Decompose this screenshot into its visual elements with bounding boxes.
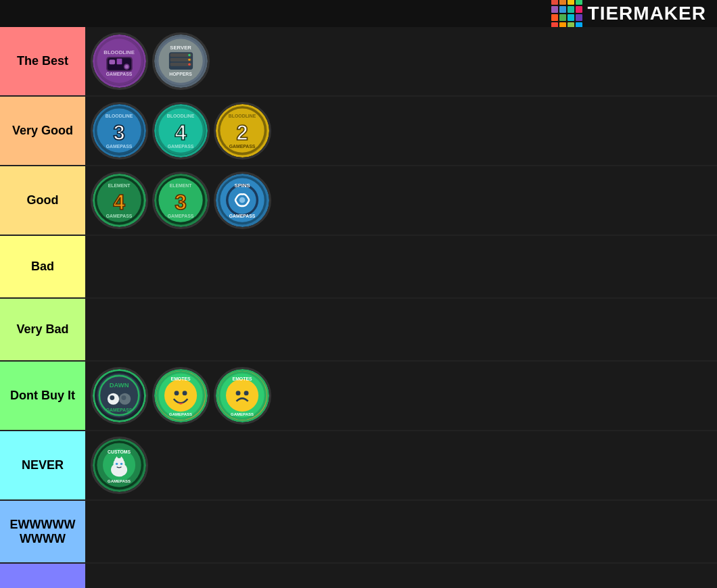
tier-row-ewww: EWWWWWWWWW [0,501,717,564]
svg-text:BLOODLINE: BLOODLINE [167,114,195,118]
tier-row-dont-buy: Dont Buy It DAWN G [0,362,717,431]
svg-rect-6 [117,59,122,65]
svg-text:BLOODLINE: BLOODLINE [103,49,134,55]
svg-text:GAMEPASS: GAMEPASS [106,144,133,149]
svg-text:GAMEPASS: GAMEPASS [231,412,254,416]
svg-text:GAMEPASS: GAMEPASS [229,144,256,149]
svg-text:GAMEPASS: GAMEPASS [106,214,133,218]
tier-label-very-good: Very Good [0,97,85,165]
svg-text:HOPPERS: HOPPERS [169,72,192,76]
tier-items-the-best: BLOODLINE GAMEPASS [85,27,717,95]
svg-text:GAMEPASS: GAMEPASS [169,412,192,416]
tier-items-never: CUSTOMS GAMEPASS [85,431,717,499]
list-item[interactable]: BLOODLINE 2 GAMEPASS [214,102,271,160]
list-item[interactable]: EMOTES GAMEPASS [214,367,271,424]
tier-row-very-good: Very Good BLOODLINE 3 GAMEPASS [0,97,717,166]
svg-text:ELEMENT: ELEMENT [170,183,193,188]
list-item[interactable]: BLOODLINE 4 GAMEPASS [152,102,210,160]
list-item[interactable]: BLOODLINE 3 GAMEPASS [91,102,148,160]
list-item[interactable]: BLOODLINE GAMEPASS [91,32,148,90]
svg-point-72 [236,391,241,395]
tier-row-bad: Bad [0,236,717,299]
tier-items-very-bad [85,299,717,360]
svg-text:GAMEPASS: GAMEPASS [108,479,131,483]
tier-row-good: Good ELEMENT 4 GAMEPASS [0,166,717,236]
tiermaker-logo-text: TiERMAKER [588,3,706,24]
svg-text:SERVER: SERVER [170,45,191,51]
svg-text:SPINS: SPINS [234,182,250,189]
svg-point-15 [188,54,190,56]
svg-point-71 [226,379,258,412]
svg-point-73 [244,391,249,395]
svg-text:EMOTES: EMOTES [233,376,252,381]
list-item[interactable]: ELEMENT 3 GAMEPASS [152,172,210,229]
svg-text:4: 4 [113,191,125,214]
svg-text:ELEMENT: ELEMENT [108,183,131,188]
tier-label-very-bad: Very Bad [0,299,85,360]
logo-grid-icon [551,0,582,29]
tier-label-never: NEVER [0,431,85,499]
svg-text:GAMEPASS: GAMEPASS [106,72,133,76]
svg-text:BLOODLINE: BLOODLINE [106,114,133,118]
list-item[interactable]: CUSTOMS GAMEPASS [91,437,148,494]
svg-text:GAMEPASS: GAMEPASS [168,214,194,218]
tier-label-ewww: EWWWWWWWWW [0,501,85,562]
tier-items-very-good: BLOODLINE 3 GAMEPASS BLOODLINE 4 [85,97,717,165]
tier-row-very-bad: Very Bad [0,299,717,362]
list-item[interactable]: EMOTES GAMEPASS [152,367,210,424]
svg-text:4: 4 [175,121,187,145]
tier-label-trash: TRASH [0,564,85,588]
svg-point-19 [188,64,190,66]
tier-label-dont-buy: Dont Buy It [0,362,85,430]
svg-point-58 [110,395,114,400]
tier-row-the-best: The Best BLOODLINE [0,27,717,97]
svg-text:DAWN: DAWN [110,381,129,389]
svg-point-64 [164,379,197,412]
svg-point-17 [188,59,190,61]
tier-items-trash [85,564,717,588]
svg-point-65 [175,391,179,395]
svg-text:GAMEPASS: GAMEPASS [229,214,256,218]
svg-point-8 [125,65,129,68]
svg-text:CUSTOMS: CUSTOMS [108,449,131,454]
svg-point-60 [122,395,126,400]
tier-items-bad [85,236,717,297]
svg-point-51 [239,197,246,203]
tier-label-bad: Bad [0,236,85,297]
svg-text:3: 3 [113,121,124,145]
svg-text:2: 2 [236,121,248,145]
tiermaker-logo: TiERMAKER [551,0,706,29]
list-item[interactable]: SPINS GAMEPASS [214,172,271,229]
svg-rect-5 [109,59,115,64]
svg-text:GAMEPASS: GAMEPASS [168,144,194,149]
header: TiERMAKER [0,0,717,27]
tier-label-the-best: The Best [0,27,85,95]
tier-items-dont-buy: DAWN GAMEPASS [85,362,717,430]
svg-point-84 [116,463,118,465]
tier-items-ewww [85,501,717,562]
tier-label-good: Good [0,166,85,235]
svg-text:BLOODLINE: BLOODLINE [229,114,256,118]
svg-text:GAMEPASS: GAMEPASS [106,408,133,412]
list-item[interactable]: ELEMENT 4 GAMEPASS [91,172,148,229]
svg-point-85 [120,463,122,465]
list-item[interactable]: SERVER HOPPERS [152,32,210,90]
list-item[interactable]: DAWN GAMEPASS [91,367,148,424]
svg-point-66 [183,391,187,395]
tier-items-good: ELEMENT 4 GAMEPASS ELEMENT 3 [85,166,717,235]
svg-text:EMOTES: EMOTES [171,376,191,381]
app-container: TiERMAKER The Best BLOODLINE [0,0,717,588]
svg-text:3: 3 [175,191,186,214]
tier-row-never: NEVER CUSTOMS [0,431,717,501]
tier-row-trash: TRASH [0,564,717,588]
tier-list: The Best BLOODLINE [0,27,717,588]
